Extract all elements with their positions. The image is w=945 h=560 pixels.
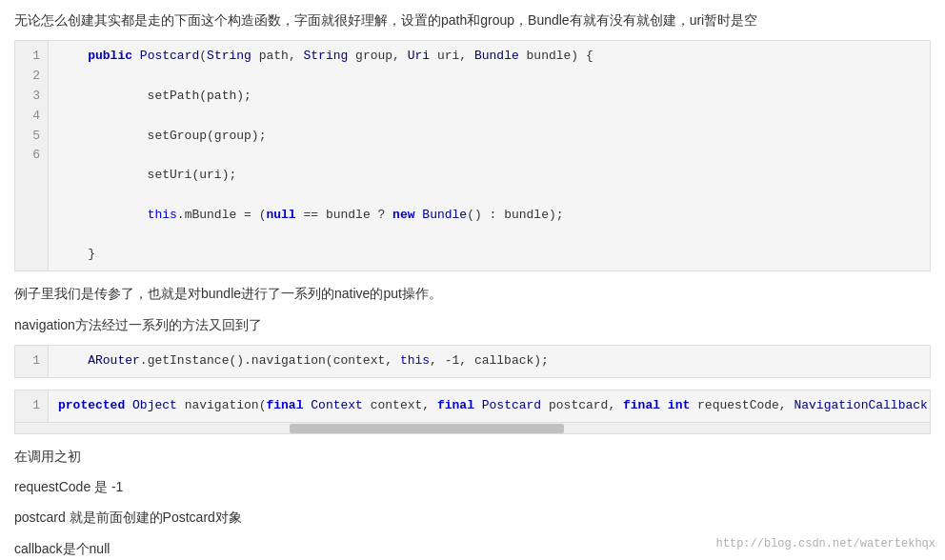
- watermark: http://blog.csdn.net/watertekhqx: [716, 537, 935, 550]
- paragraph-3: 在调用之初: [14, 446, 931, 467]
- paragraph-5: postcard 就是前面创建的Postcard对象: [14, 507, 931, 528]
- paragraph-4: requestCode 是 -1: [14, 476, 931, 497]
- code-block-3: 1 protected Object navigation(final Cont…: [14, 390, 931, 434]
- intro-paragraph-1: 无论怎么创建其实都是走的下面这个构造函数，字面就很好理解，设置的path和gro…: [14, 10, 931, 30]
- page-container: 无论怎么创建其实都是走的下面这个构造函数，字面就很好理解，设置的path和gro…: [0, 0, 945, 560]
- line-numbers-2: 1: [15, 346, 49, 377]
- paragraph-2: navigation方法经过一系列的方法又回到了: [14, 314, 931, 335]
- code-content-3: protected Object navigation(final Contex…: [49, 390, 930, 422]
- line-numbers-1: 1 2 3 4 5 6: [15, 41, 49, 270]
- code-content-1: public Postcard(String path, String grou…: [49, 41, 930, 270]
- paragraph-1: 例子里我们是传参了，也就是对bundle进行了一系列的native的put操作。: [14, 283, 931, 304]
- code-block-2: 1 ARouter.getInstance().navigation(conte…: [14, 345, 931, 378]
- scrollbar-thumb[interactable]: [290, 424, 564, 433]
- horizontal-scrollbar[interactable]: [15, 422, 930, 433]
- line-numbers-3: 1: [15, 390, 49, 422]
- code-content-2: ARouter.getInstance().navigation(context…: [49, 346, 930, 377]
- code-block-1: 1 2 3 4 5 6 public Postcard(String path,…: [14, 40, 931, 271]
